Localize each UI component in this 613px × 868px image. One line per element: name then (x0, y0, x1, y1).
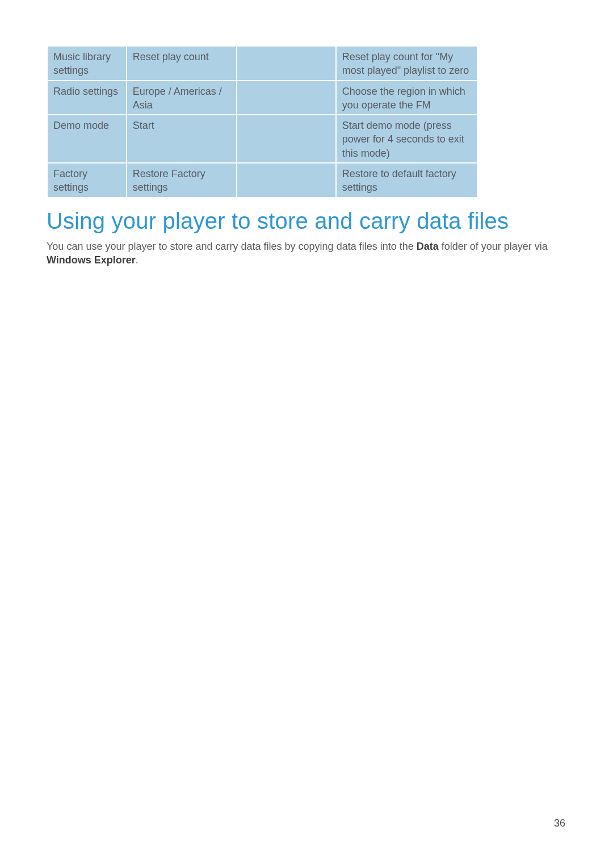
para-bold-data: Data (417, 241, 439, 252)
para-bold-explorer: Windows Explorer (47, 254, 136, 266)
cell-setting: Radio settings (47, 81, 127, 115)
table-row: Demo mode Start Start demo mode (press p… (47, 115, 477, 163)
cell-setting: Music library settings (47, 46, 127, 81)
table-row: Music library settings Reset play count … (47, 46, 477, 81)
cell-option: Start (127, 115, 237, 163)
cell-option: Restore Factory settings (127, 163, 237, 198)
settings-table: Music library settings Reset play count … (47, 45, 478, 198)
para-mid: folder of your player via (439, 241, 548, 252)
cell-description: Choose the region in which you operate t… (336, 81, 477, 115)
cell-setting: Demo mode (47, 115, 127, 163)
page-number: 36 (554, 817, 565, 829)
cell-description: Start demo mode (press power for 4 secon… (336, 115, 477, 163)
table-row: Radio settings Europe / Americas / Asia … (47, 81, 477, 115)
cell-setting: Factory settings (47, 163, 127, 198)
cell-empty (237, 46, 335, 81)
cell-empty (237, 163, 335, 198)
cell-empty (237, 81, 335, 115)
cell-option: Europe / Americas / Asia (127, 81, 237, 115)
cell-description: Reset play count for "My most played" pl… (336, 46, 477, 81)
para-post: . (136, 254, 138, 266)
cell-option: Reset play count (127, 46, 237, 81)
cell-description: Restore to default factory settings (336, 163, 477, 198)
table-row: Factory settings Restore Factory setting… (47, 163, 477, 198)
cell-empty (237, 115, 335, 163)
para-pre: You can use your player to store and car… (47, 241, 417, 252)
section-heading: Using your player to store and carry dat… (47, 208, 566, 234)
body-paragraph: You can use your player to store and car… (47, 240, 566, 267)
